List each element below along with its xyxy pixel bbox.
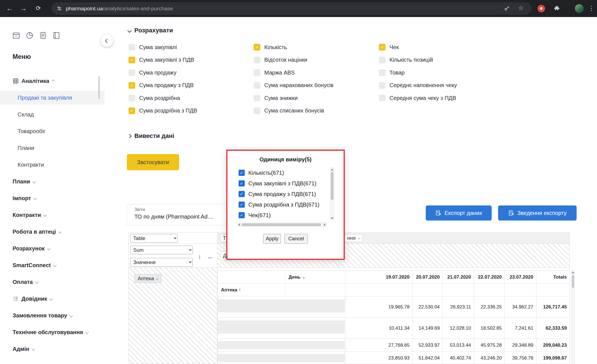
checkbox-box[interactable]	[254, 69, 260, 76]
bookmark-star-icon[interactable]: ☆	[518, 4, 524, 12]
checkbox-chek[interactable]: Чек	[379, 44, 457, 51]
swap-vertical-icon[interactable]: ↕	[198, 254, 201, 260]
checkbox-suma-rozdribna[interactable]: Сума роздрібна	[129, 95, 197, 101]
row-attrs-dropzone[interactable]: Аптека	[129, 268, 217, 364]
sidebar-item-tovaroobih[interactable]: Товарообіг	[18, 124, 46, 138]
checkbox-suma-rozdribna-z-pdv[interactable]: Сума роздрібна з ПДВ	[129, 107, 197, 114]
renderer-select[interactable]: Table	[130, 234, 178, 243]
checkbox-label: Сума закупівлі	[139, 44, 177, 51]
checkbox-suma-prodazhu[interactable]: Сума продажу	[129, 69, 197, 76]
sidebar-item-prodazhi-ta-zakupivlia[interactable]: Продажі та закупівля	[18, 91, 72, 105]
url-bar[interactable]: pharmapoint.ua/analytics/sales-and-purch…	[51, 2, 531, 15]
aggregator-select[interactable]: Sum	[130, 246, 193, 254]
checkbox-box[interactable]	[129, 95, 135, 101]
sidebar-item-sklad[interactable]: Склад	[18, 107, 34, 121]
extensions-icon[interactable]	[554, 5, 560, 13]
checkbox-box[interactable]	[239, 191, 245, 197]
reload-icon[interactable]: ⟳	[36, 4, 41, 13]
modal-apply-button[interactable]: Apply	[263, 234, 281, 244]
modal-checkbox-kilkist[interactable]: Кількість(671)	[239, 169, 284, 177]
modal-checkbox-suma-rozdrib-pdv[interactable]: Сума роздрібна з ПДВ(671)	[239, 200, 320, 209]
sidebar-item-kontrakty[interactable]: Контракти	[13, 208, 46, 222]
sidebar-item-rozrakhunok[interactable]: Розрахунок	[13, 241, 50, 255]
checkbox-box[interactable]	[129, 69, 135, 76]
sidebar-item-import[interactable]: Імпорт	[13, 191, 36, 205]
sidebar-item-kontrakty-child[interactable]: Контракти	[18, 158, 44, 172]
document-icon[interactable]	[38, 30, 48, 40]
sidebar-item-admin[interactable]: Адмін	[13, 342, 35, 356]
modal-vscrollbar[interactable]	[330, 167, 334, 221]
checkbox-box[interactable]	[379, 69, 386, 76]
checkbox-serednie-napovnennia-cheku[interactable]: Середнє наповнення чеку	[379, 82, 457, 89]
browser-menu-icon[interactable]: ⋮	[588, 4, 594, 13]
sidebar-item-smartconnect[interactable]: SmartConnect	[13, 258, 56, 272]
checkbox-box[interactable]	[239, 212, 245, 218]
sidebar-item-robota-v-aptetsi[interactable]: Робота в аптеці	[13, 225, 61, 239]
checkbox-box[interactable]	[379, 57, 386, 63]
modal-checkbox-suma-zakup-pdv[interactable]: Сума закупівлі з ПДВ(671)	[239, 179, 317, 188]
checkbox-suma-narakhovanykh-bonusiv[interactable]: Сума нарахованих бонусів	[254, 82, 334, 89]
checkbox-vidsotok-natsinky[interactable]: Відсоток націнки	[254, 57, 334, 63]
checkbox-suma-zakupivli-z-pdv[interactable]: Сума закупівлі з ПДВ	[129, 57, 197, 63]
checkbox-box[interactable]	[254, 107, 260, 114]
checkbox-box[interactable]	[129, 57, 135, 63]
sidebar-item-analytics[interactable]: Аналітика	[13, 74, 54, 88]
section-header-vyvesty-dani[interactable]: Вивести дані	[128, 132, 174, 140]
table-row: 19,965.78 22,530.04 26,923.11 22,336.25 …	[218, 296, 570, 318]
column-attr-header[interactable]: День ←	[285, 271, 345, 284]
checkbox-box[interactable]	[379, 82, 386, 89]
sidebar-item-oplata[interactable]: Оплата	[13, 275, 38, 289]
checkbox-kilkist-pozytsii[interactable]: Кількість позицій	[379, 57, 457, 63]
book-icon[interactable]	[51, 30, 61, 40]
checkbox-box[interactable]	[129, 44, 135, 51]
pie-chart-icon[interactable]	[25, 30, 35, 40]
site-info-icon[interactable]	[56, 6, 62, 11]
row-attr-pill[interactable]: Аптека	[134, 274, 161, 283]
sidebar-item-plany-child[interactable]: Плани	[18, 141, 34, 155]
sidebar-item-dovidnyk[interactable]: Довідник	[13, 292, 53, 306]
forward-icon[interactable]: →	[20, 4, 27, 13]
value-select[interactable]: Значення	[130, 258, 193, 267]
sidebar-scrollbar[interactable]	[98, 76, 100, 99]
checkbox-suma-znyzhky[interactable]: Сума знижки	[254, 95, 334, 101]
checkbox-marzha-abs[interactable]: Маржа ABS	[254, 69, 334, 76]
key-icon[interactable]	[504, 5, 510, 13]
checkbox-box[interactable]	[129, 82, 135, 89]
export-data-button[interactable]: Експорт даних	[426, 205, 492, 221]
checkbox-box[interactable]	[254, 95, 260, 101]
modal-checkbox-chek[interactable]: Чек(671)	[239, 211, 271, 219]
checkbox-box[interactable]	[129, 107, 135, 114]
checkbox-box[interactable]	[239, 202, 245, 208]
unused-attr-fragment-right[interactable]: ння	[344, 234, 363, 242]
avatar[interactable]	[575, 4, 584, 13]
checkbox-serednia-suma-cheku-z-pdv[interactable]: Середня сума чеку з ПДВ	[379, 95, 457, 101]
checkbox-suma-spysanykh-bonusiv[interactable]: Сума списаних бонусів	[254, 107, 334, 114]
modal-cancel-button[interactable]: Cancel	[284, 234, 308, 244]
table-scrollbar[interactable]	[571, 270, 575, 364]
modal-checkbox-suma-prodazh-pdv[interactable]: Сума продажу з ПДВ(671)	[239, 190, 316, 198]
collapse-sidebar-button[interactable]	[101, 35, 113, 47]
apply-button[interactable]: Застосувати	[127, 154, 179, 170]
checkbox-box[interactable]	[254, 44, 260, 51]
checkbox-suma-prodazhu-z-pdv[interactable]: Сума продажу з ПДВ	[129, 82, 197, 89]
sidebar-item-tekhnichne-obsluhovuvannia[interactable]: Технічне обслуговування	[13, 325, 88, 339]
archive-icon[interactable]	[11, 30, 21, 40]
swap-horizontal-icon[interactable]: ↔	[207, 254, 213, 260]
checkbox-tovar[interactable]: Товар	[379, 69, 457, 76]
checkbox-box[interactable]	[239, 180, 245, 186]
checkbox-box[interactable]	[379, 44, 386, 51]
checkbox-box[interactable]	[239, 170, 245, 176]
sidebar-item-zamovlennia-tovaru[interactable]: Замовлення товару	[13, 308, 72, 322]
export-summary-button[interactable]: Зведення експорту	[498, 205, 577, 221]
checkbox-box[interactable]	[254, 82, 260, 89]
checkbox-box[interactable]	[379, 95, 386, 101]
section-header-rozrakhuvaty[interactable]: Розрахувати	[128, 27, 173, 34]
row-attr-header[interactable]: Аптека ↑	[218, 284, 285, 296]
sidebar-item-plany[interactable]: Плани	[13, 174, 35, 188]
checkbox-suma-zakupivli[interactable]: Сума закупівлі	[129, 44, 197, 51]
extension-badge-icon[interactable]	[537, 5, 545, 12]
checkbox-box[interactable]	[254, 57, 260, 63]
checkbox-kilkist[interactable]: Кількість	[254, 44, 334, 51]
back-icon[interactable]: ←	[6, 4, 13, 13]
modal-hscrollbar[interactable]	[237, 222, 327, 227]
